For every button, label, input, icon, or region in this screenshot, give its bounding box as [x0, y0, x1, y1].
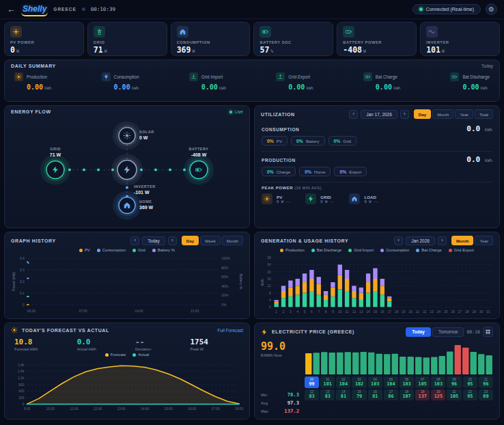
settings-gear-icon[interactable]: ⚙	[486, 3, 497, 15]
consumption-source-battery-badge[interactable]: 0%Battery	[291, 136, 324, 146]
legend-grid-export[interactable]: Grid Export	[449, 248, 474, 252]
production-dest-charge-badge[interactable]: 0%Charge	[262, 167, 296, 176]
topbar-right: Connected (Real-time) ⚙	[412, 3, 497, 15]
summary-label: Grid Export	[288, 74, 310, 79]
legend-dot-icon	[311, 249, 315, 252]
kpi-card-battery-power[interactable]: BATTERY POWER-408W	[337, 22, 417, 56]
consumption-source-pv-badge[interactable]: 0%PV	[262, 136, 288, 146]
price-cell-07[interactable]: 07105	[415, 376, 430, 388]
generation-mode-month-button[interactable]: Month	[451, 236, 474, 245]
price-cell-22[interactable]: 2295	[463, 389, 477, 401]
kpi-card-battery-soc[interactable]: BATTERY SOC57%	[253, 22, 333, 56]
date-next-button[interactable]: ›	[400, 110, 409, 119]
kpi-card-inverter[interactable]: INVERTER101W	[420, 22, 500, 56]
utilization-mode-total-button[interactable]: Total	[475, 109, 493, 119]
date-prev-button[interactable]: ‹	[349, 110, 358, 119]
price-cell-00[interactable]: 0099	[305, 376, 319, 388]
price-cell-03[interactable]: 03102	[352, 376, 366, 388]
kpi-card-grid[interactable]: GRID71W	[87, 22, 167, 56]
graph-prev-button[interactable]: ‹	[130, 236, 139, 245]
price-cell-17[interactable]: 1786	[384, 389, 398, 401]
price-tab-tomorrow-button[interactable]: Tomorrow	[432, 327, 464, 337]
flow-node-solar[interactable]	[113, 122, 141, 150]
legend-battery-[interactable]: Battery %	[152, 248, 175, 252]
flow-node-battery[interactable]	[184, 155, 214, 185]
legend-production[interactable]: Production	[280, 248, 305, 252]
peak-item-load: LOAD0 W --	[349, 193, 378, 204]
svg-text:100%: 100%	[221, 257, 230, 260]
price-cell-05[interactable]: 05104	[384, 376, 398, 388]
summary-item-top: Grid Import	[189, 72, 227, 81]
price-cell-12[interactable]: 1283	[305, 389, 319, 401]
kpi-card-consumption[interactable]: CONSUMPTION369W	[171, 22, 251, 56]
price-cell-16[interactable]: 1681	[368, 389, 382, 401]
connection-status-badge[interactable]: Connected (Real-time)	[412, 4, 481, 14]
home-icon	[177, 26, 188, 38]
price-cell-18[interactable]: 18107	[400, 389, 414, 401]
legend-dot-icon	[280, 249, 283, 252]
generation-next-button[interactable]: ›	[438, 236, 447, 245]
generation-date-picker[interactable]: Jan 2026	[406, 236, 435, 245]
price-tab-today-button[interactable]: Today	[406, 327, 431, 337]
mid-row: ENERGY FLOW Live SOLAR0 WGRID71 WBATTERY…	[4, 105, 500, 228]
price-cell-13[interactable]: 1383	[320, 389, 335, 401]
graph-next-button[interactable]: ›	[168, 236, 177, 245]
back-button[interactable]: ←	[7, 5, 16, 14]
price-value: 101	[320, 381, 335, 387]
production-dest-export-badge[interactable]: 0%Export	[334, 167, 367, 176]
price-value: 103	[431, 381, 445, 387]
flow-node-home[interactable]	[113, 191, 141, 220]
kpi-label: BATTERY SOC	[260, 40, 327, 44]
price-cell-06[interactable]: 06103	[400, 376, 414, 388]
price-cell-20[interactable]: 20125	[431, 389, 445, 401]
utilization-mode-month-button[interactable]: Month	[432, 109, 453, 119]
utilization-mode-day-button[interactable]: Day	[414, 109, 431, 119]
summary-unit: kWh	[44, 86, 51, 90]
legend-grid[interactable]: Grid	[132, 248, 145, 252]
legend-forecast[interactable]: Forecast	[105, 353, 126, 357]
price-cell-04[interactable]: 04103	[368, 376, 382, 388]
legend-bat-discharge[interactable]: Bat Discharge	[311, 248, 341, 252]
grid-view-icon[interactable]	[483, 327, 493, 337]
price-cell-10[interactable]: 1095	[463, 376, 477, 388]
price-cell-01[interactable]: 01101	[320, 376, 335, 388]
price-cell-15[interactable]: 1579	[352, 389, 366, 401]
kpi-card-pv-power[interactable]: PV POWER0W	[4, 22, 84, 56]
price-cell-08[interactable]: 08103	[431, 376, 445, 388]
price-cell-02[interactable]: 02104	[336, 376, 350, 388]
generation-prev-button[interactable]: ‹	[394, 236, 403, 245]
price-cell-23[interactable]: 2389	[479, 389, 493, 401]
price-stat-label: Avg	[261, 401, 268, 405]
price-cell-19[interactable]: 19137	[415, 389, 430, 401]
legend-pv[interactable]: PV	[79, 248, 90, 252]
peak-texts: LOAD0 W --	[364, 195, 378, 204]
consumption-source-grid-badge[interactable]: 0%Grid	[328, 136, 357, 146]
graph-mode-day-button[interactable]: Day	[182, 236, 199, 245]
graph-mode-week-button[interactable]: Week	[200, 236, 221, 245]
date-picker[interactable]: Jan 17, 2026	[361, 110, 397, 119]
svg-text:4: 4	[296, 310, 298, 314]
full-forecast-link[interactable]: Full Forecast	[217, 328, 243, 333]
summary-label: Bat Charge	[376, 74, 397, 79]
price-cell-09[interactable]: 0996	[447, 376, 461, 388]
kpi-value: 0W	[10, 45, 78, 55]
price-cell-21[interactable]: 21105	[447, 389, 461, 401]
legend-grid-import[interactable]: Grid Import	[348, 248, 374, 252]
legend-consumption[interactable]: Consumption	[97, 248, 126, 252]
production-row: PRODUCTION 0.0 kWh	[262, 155, 492, 164]
shelly-logo[interactable]: Shelly	[21, 2, 48, 16]
production-dest-home-badge[interactable]: 0%Home	[299, 167, 331, 176]
graph-mode-month-button[interactable]: Month	[222, 236, 243, 245]
price-cell-14[interactable]: 1481	[336, 389, 350, 401]
generation-mode-year-button[interactable]: Year	[475, 236, 493, 245]
legend-consumption[interactable]: Consumption	[380, 248, 409, 252]
utilization-mode-year-button[interactable]: Year	[455, 109, 473, 119]
graph-date-picker[interactable]: Today	[142, 236, 165, 245]
legend-actual[interactable]: Actual	[132, 353, 149, 357]
production-dest-charge-label: Charge	[277, 169, 290, 174]
forecast-stat-label: Deviation	[135, 347, 151, 351]
flow-node-grid[interactable]	[40, 155, 70, 185]
price-cell-11[interactable]: 1196	[479, 376, 493, 388]
flow-node-inverter[interactable]	[111, 154, 143, 186]
legend-bat-charge[interactable]: Bat Charge	[416, 248, 441, 252]
